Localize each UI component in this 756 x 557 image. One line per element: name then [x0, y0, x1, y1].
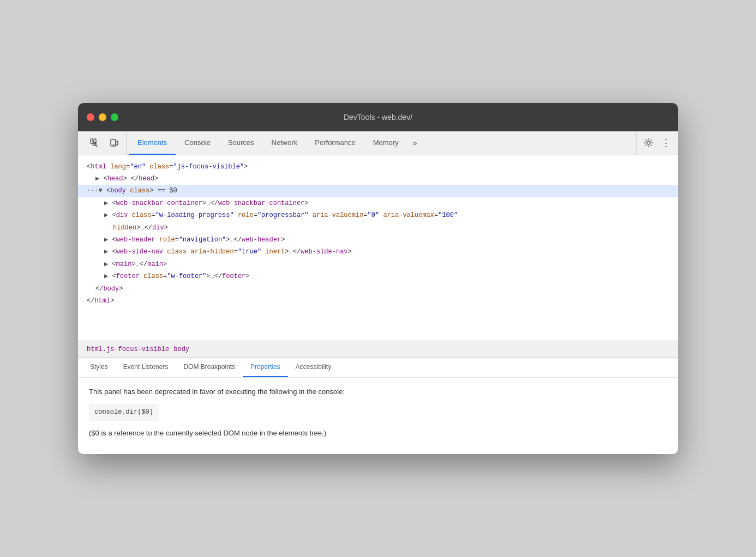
tab-sources[interactable]: Sources [219, 131, 263, 155]
dom-line-div-loading[interactable]: ▶ <div class="w-loading-progress" role="… [78, 209, 678, 221]
dom-line-web-side-nav[interactable]: ▶ <web-side-nav class aria-hidden="true"… [78, 246, 678, 258]
svg-point-3 [93, 142, 96, 146]
dom-line-footer[interactable]: ▶ <footer class="w-footer">…</footer> [78, 270, 678, 282]
dom-line-snackbar[interactable]: ▶ <web-snackbar-container>…</web-snackba… [78, 197, 678, 209]
dom-line-body-close[interactable]: </body> [78, 283, 678, 295]
tab-memory[interactable]: Memory [364, 131, 407, 155]
devtools-window: DevTools - web.dev/ [78, 103, 678, 455]
breadcrumb-body[interactable]: body [173, 346, 189, 353]
tab-event-listeners[interactable]: Event Listeners [116, 358, 176, 377]
tab-network[interactable]: Network [263, 131, 307, 155]
dom-panel: <html lang="en" class="js-focus-visible"… [78, 155, 678, 341]
dom-line-head[interactable]: ▶ <head>…</head> [78, 173, 678, 185]
dom-line-web-header[interactable]: ▶ <web-header role="navigation">…</web-h… [78, 234, 678, 246]
more-options-icon[interactable]: ⋮ [658, 135, 674, 150]
more-tabs-button[interactable]: » [407, 131, 423, 155]
dom-line-html[interactable]: <html lang="en" class="js-focus-visible"… [78, 161, 678, 173]
inspect-icon[interactable] [87, 135, 102, 150]
dom-line-div-hidden[interactable]: hidden>…</div> [78, 222, 678, 234]
tab-performance[interactable]: Performance [306, 131, 364, 155]
traffic-lights [87, 113, 118, 121]
title-bar: DevTools - web.dev/ [78, 103, 678, 131]
tab-elements[interactable]: Elements [129, 131, 176, 155]
devtools-icons [82, 131, 127, 155]
settings-icon[interactable] [641, 135, 656, 150]
deprecation-notice: This panel has been deprecated in favor … [89, 386, 667, 398]
device-toggle-icon[interactable] [106, 135, 122, 150]
properties-panel-content: This panel has been deprecated in favor … [78, 378, 678, 455]
minimize-button[interactable] [99, 113, 106, 121]
svg-rect-5 [116, 141, 118, 145]
maximize-button[interactable] [111, 113, 118, 121]
tab-console[interactable]: Console [176, 131, 219, 155]
dom-line-body[interactable]: ···▼ <body class> == $0 [78, 185, 678, 197]
svg-point-7 [647, 141, 650, 144]
dom-line-html-close[interactable]: </html> [78, 295, 678, 307]
window-title: DevTools - web.dev/ [344, 113, 412, 122]
tab-accessibility[interactable]: Accessibility [288, 358, 339, 377]
breadcrumb-bar: html.js-focus-visible body [78, 341, 678, 358]
close-button[interactable] [87, 113, 94, 121]
breadcrumb-html[interactable]: html.js-focus-visible [87, 346, 169, 353]
explanation-text: ($0 is a reference to the currently sele… [89, 428, 667, 439]
tab-dom-breakpoints[interactable]: DOM Breakpoints [176, 358, 243, 377]
dom-line-main[interactable]: ▶ <main>…</main> [78, 258, 678, 270]
console-command: console.dir($0) [89, 404, 159, 421]
main-tab-bar: Elements Console Sources Network Perform… [78, 131, 678, 155]
bottom-panel: Styles Event Listeners DOM Breakpoints P… [78, 358, 678, 455]
tab-styles[interactable]: Styles [82, 358, 116, 377]
bottom-tab-bar: Styles Event Listeners DOM Breakpoints P… [78, 358, 678, 378]
tab-bar-right-icons: ⋮ [636, 131, 674, 155]
tab-properties[interactable]: Properties [243, 358, 288, 377]
